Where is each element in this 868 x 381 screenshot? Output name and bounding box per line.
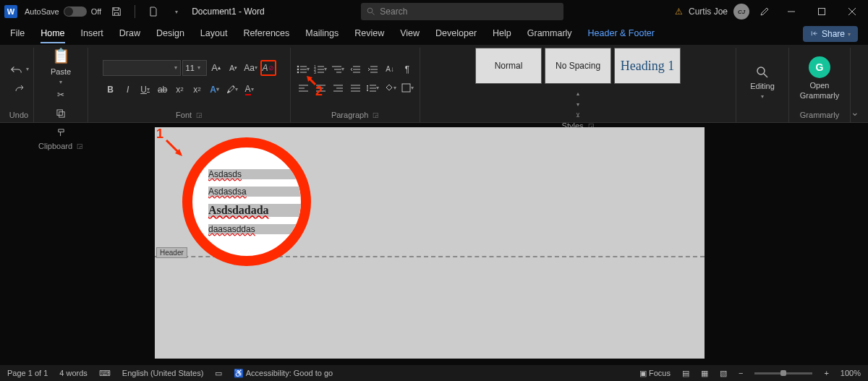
zoom-in-button[interactable]: + xyxy=(824,369,828,377)
dialog-launcher-icon[interactable]: ◲ xyxy=(196,111,203,119)
font-family-selector[interactable]: ▾ xyxy=(103,60,181,76)
sort-button[interactable]: A↓ xyxy=(382,61,398,77)
align-right-button[interactable] xyxy=(330,80,346,96)
cut-button[interactable]: ✂ xyxy=(53,87,69,103)
font-color-button[interactable]: A▾ xyxy=(242,82,258,98)
view-web-layout[interactable]: ▧ xyxy=(720,369,727,378)
text-effects-button[interactable]: A▾ xyxy=(207,82,223,98)
save-button[interactable] xyxy=(109,4,124,20)
maximize-button[interactable] xyxy=(810,1,833,22)
style-normal[interactable]: Normal xyxy=(475,48,542,84)
font-size-selector[interactable]: 11▾ xyxy=(182,60,207,76)
user-name: Curtis Joe xyxy=(689,7,728,17)
accessibility-icon: ♿ xyxy=(234,369,244,377)
strikethrough-button[interactable]: ab xyxy=(155,82,171,98)
share-button[interactable]: Share ▾ xyxy=(803,26,858,42)
focus-mode-button[interactable]: ▣ Focus xyxy=(639,369,671,378)
search-input[interactable]: Search xyxy=(361,3,563,20)
clear-formatting-button[interactable]: A⊘ xyxy=(260,60,276,76)
status-language[interactable]: English (United States) xyxy=(122,369,204,377)
status-words[interactable]: 4 words xyxy=(59,369,88,377)
style-no-spacing[interactable]: No Spacing xyxy=(545,48,611,84)
underline-button[interactable]: U▾ xyxy=(137,82,153,98)
zoom-level[interactable]: 100% xyxy=(841,369,861,377)
subscript-button[interactable]: x2 xyxy=(172,82,188,98)
multilevel-list-button[interactable]: ▾ xyxy=(330,61,346,77)
styles-scroll-down[interactable]: ▾ xyxy=(570,99,586,109)
increase-indent-button[interactable] xyxy=(365,61,380,77)
doc-line-1[interactable]: Asdasds xyxy=(208,169,301,179)
paste-button[interactable]: 📋 Paste ▾ xyxy=(46,48,75,84)
group-label-clipboard: Clipboard xyxy=(38,142,72,150)
styles-scroll-up[interactable]: ▴ xyxy=(570,88,586,98)
format-painter-button[interactable] xyxy=(53,124,69,140)
redo-button[interactable] xyxy=(11,80,27,96)
tab-grammarly[interactable]: Grammarly xyxy=(527,28,572,40)
pilcrow-icon: ¶ xyxy=(405,64,409,74)
tab-insert[interactable]: Insert xyxy=(81,28,103,40)
highlight-color-button[interactable]: 🖍▾ xyxy=(224,82,240,98)
tab-developer[interactable]: Developer xyxy=(435,28,477,40)
bold-button[interactable]: B xyxy=(103,82,119,98)
text-predictions-icon[interactable]: ⌨ xyxy=(99,369,111,378)
view-print-layout[interactable]: ▤ xyxy=(682,369,689,378)
account-area[interactable]: ⚠ Curtis Joe CJ xyxy=(675,4,749,20)
change-case-button[interactable]: Aa▾ xyxy=(243,60,259,76)
zoom-slider[interactable] xyxy=(754,372,812,374)
line-spacing-button[interactable]: ▾ xyxy=(365,80,380,96)
tab-review[interactable]: Review xyxy=(354,28,384,40)
tab-home[interactable]: Home xyxy=(41,28,64,40)
display-settings-icon[interactable]: ▭ xyxy=(215,369,222,378)
qat-customize[interactable]: ▾ xyxy=(169,4,184,20)
grow-font-button[interactable]: A▴ xyxy=(208,60,224,76)
doc-line-4[interactable]: daasasddas xyxy=(208,224,301,234)
view-read-mode[interactable]: ▦ xyxy=(701,369,708,378)
autosave-toggle[interactable]: AutoSave Off xyxy=(25,7,101,17)
group-font: ▾ 11▾ A▴ A▾ Aa▾ A⊘ B I U▾ ab x2 x2 A▾ 🖍▾… xyxy=(88,48,291,122)
decrease-indent-button[interactable] xyxy=(347,61,363,77)
tab-view[interactable]: View xyxy=(400,28,420,40)
superscript-button[interactable]: x2 xyxy=(190,82,205,98)
styles-expand[interactable]: ⊻ xyxy=(570,110,586,120)
outdent-icon xyxy=(350,65,360,74)
shrink-font-button[interactable]: A▾ xyxy=(226,60,242,76)
pen-input-button[interactable] xyxy=(757,4,773,20)
undo-button[interactable] xyxy=(9,61,25,77)
chevron-down-icon: ▾ xyxy=(761,93,764,100)
header-label-chip: Header xyxy=(156,247,187,258)
minimize-button[interactable] xyxy=(780,1,803,22)
italic-button[interactable]: I xyxy=(120,82,136,98)
show-marks-button[interactable]: ¶ xyxy=(399,61,415,77)
dialog-launcher-icon[interactable]: ◲ xyxy=(373,111,379,119)
tab-draw[interactable]: Draw xyxy=(119,28,140,40)
tab-references[interactable]: References xyxy=(243,28,289,40)
dialog-launcher-icon[interactable]: ◲ xyxy=(77,142,83,150)
open-grammarly-button[interactable]: G Open Grammarly xyxy=(793,56,846,100)
close-button[interactable] xyxy=(841,1,864,22)
styles-gallery[interactable]: Normal No Spacing Heading 1 xyxy=(475,48,681,84)
borders-button[interactable]: ▾ xyxy=(399,80,415,96)
style-heading1[interactable]: Heading 1 xyxy=(614,48,681,84)
copy-button[interactable] xyxy=(53,106,69,121)
doc-line-3[interactable]: Asdsdadada xyxy=(208,204,301,217)
tab-layout[interactable]: Layout xyxy=(200,28,228,40)
tab-header-footer[interactable]: Header & Footer xyxy=(588,28,655,40)
avatar[interactable]: CJ xyxy=(733,4,749,20)
shading-button[interactable]: ▾ xyxy=(382,80,398,96)
collapse-ribbon-button[interactable]: ⌄ xyxy=(851,106,859,118)
tab-file[interactable]: File xyxy=(10,28,25,40)
justify-button[interactable] xyxy=(347,80,363,96)
chevron-down-icon[interactable]: ▾ xyxy=(26,66,29,72)
tab-design[interactable]: Design xyxy=(156,28,184,40)
tab-help[interactable]: Help xyxy=(493,28,511,40)
tab-mailings[interactable]: Mailings xyxy=(305,28,339,40)
status-accessibility[interactable]: ♿ Accessibility: Good to go xyxy=(234,369,333,378)
doc-line-2[interactable]: Asdasdsa xyxy=(208,187,301,197)
status-page[interactable]: Page 1 of 1 xyxy=(7,369,48,377)
zoom-out-button[interactable]: − xyxy=(739,369,743,377)
document-title: Document1 - Word xyxy=(192,7,264,17)
toggle-switch-icon[interactable] xyxy=(64,7,87,17)
qat-file-button[interactable] xyxy=(145,4,161,20)
editing-menu[interactable]: Editing ▾ xyxy=(741,66,784,100)
chevron-down-icon: ▾ xyxy=(848,31,851,38)
